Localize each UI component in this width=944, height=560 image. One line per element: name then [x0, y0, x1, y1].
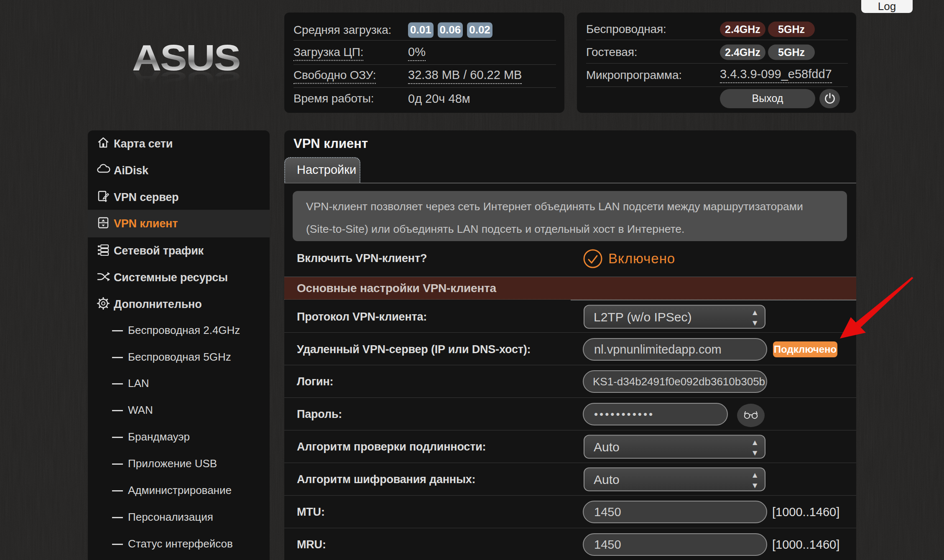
svg-text:ASUS: ASUS [132, 67, 240, 93]
